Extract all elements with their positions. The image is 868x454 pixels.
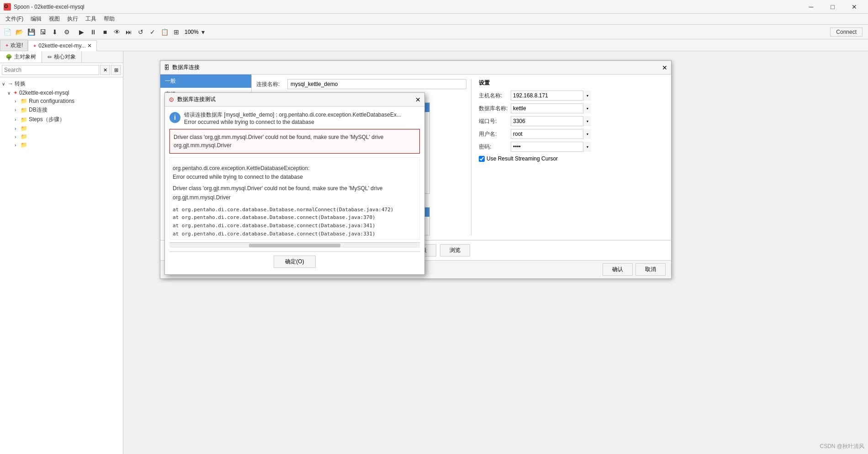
panel-tab-main-icon: 🌳 [5, 54, 12, 60]
host-arrow-button[interactable]: ▾ [583, 91, 591, 101]
error-scroll-area[interactable]: org.pentaho.di.core.exception.KettleData… [169, 157, 420, 240]
verify-button[interactable]: ✓ [147, 27, 158, 37]
tree-item-6[interactable]: › 📁 [0, 141, 123, 149]
search-expand-button[interactable]: ⊞ [111, 65, 121, 75]
minimize-button[interactable]: ─ [801, 0, 821, 14]
new-file-button[interactable]: 📄 [2, 27, 13, 37]
step-forward-button[interactable]: ⏭ [123, 27, 134, 37]
error-box: Driver class 'org.gjt.mm.mysql.Driver' c… [169, 129, 420, 154]
detail-line1: org.pentaho.di.core.exception.KettleData… [173, 164, 417, 173]
tree-item-steps[interactable]: › 📁 Steps（步骤） [0, 115, 123, 124]
menu-help[interactable]: 帮助 [100, 14, 118, 24]
panel-tab-core[interactable]: ✏ 核心对象 [42, 51, 82, 63]
tree-item-02kettle[interactable]: ∨ ✦ 02kettle-excel-mysql [0, 89, 123, 97]
zoom-dropdown-button[interactable]: ▾ [200, 27, 207, 37]
panel-tab-core-icon: ✏ [48, 54, 52, 60]
tree-expand-6-icon: › [15, 143, 19, 148]
db-dialog-title: 🗄 数据库连接 [164, 64, 200, 71]
title-bar: ⚙ Spoon - 02kettle-excel-mysql ─ □ ✕ [0, 0, 868, 14]
streaming-cursor-checkbox[interactable] [479, 156, 485, 162]
tree-item-4[interactable]: › 📁 [0, 124, 123, 133]
tree-expand-5-icon: › [15, 134, 19, 139]
open-button[interactable]: 📂 [14, 27, 25, 37]
settings-button[interactable]: ⚙ [61, 27, 72, 37]
menu-tools[interactable]: 工具 [82, 14, 100, 24]
error-header: i 错误连接数据库 [mysql_kettle_demo] : org.pent… [169, 111, 420, 125]
db-dialog-close-button[interactable]: ✕ [662, 64, 667, 71]
cancel-button[interactable]: 取消 [635, 263, 666, 276]
panel-tab-main[interactable]: 🌳 主对象树 [0, 51, 42, 63]
port-arrow-button[interactable]: ▾ [583, 116, 591, 126]
password-input[interactable] [511, 142, 591, 152]
horizontal-scrollbar[interactable] [169, 242, 420, 248]
menu-bar: 文件(F) 编辑 视图 执行 工具 帮助 [0, 14, 868, 25]
menu-edit[interactable]: 编辑 [27, 14, 45, 24]
close-button[interactable]: ✕ [844, 0, 864, 14]
search-input[interactable] [2, 65, 99, 75]
title-bar-left: ⚙ Spoon - 02kettle-excel-mysql [4, 3, 85, 11]
tree-item-kettle-label: 02kettle-excel-mysql [19, 90, 69, 96]
folder-icon-4: 📁 [21, 125, 27, 132]
save-button[interactable]: 💾 [26, 27, 37, 37]
folder-icon-steps: 📁 [21, 117, 27, 123]
toolbar-left: 📄 📂 💾 🖫 ⬇ ⚙ ▶ ⏸ ■ 👁 ⏭ ↺ ✓ 📋 ⊞ 100% ▾ [2, 27, 207, 37]
replay-button[interactable]: ↺ [135, 27, 146, 37]
port-input[interactable] [511, 116, 591, 126]
stack-line1: at org.pentaho.di.core.database.Database… [173, 206, 417, 214]
folder-icon-db: 📁 [21, 107, 27, 113]
error-stack: at org.pentaho.di.core.database.Database… [173, 206, 417, 238]
db-dialog-title-text: 数据库连接 [172, 64, 200, 71]
conn-name-input[interactable] [287, 79, 466, 89]
db-section-general[interactable]: 一般 [160, 75, 251, 88]
error-close-button[interactable]: ✕ [415, 96, 421, 103]
error-body: i 错误连接数据库 [mysql_kettle_demo] : org.pent… [165, 107, 424, 274]
tab-welcome[interactable]: ✦ 欢迎! [0, 40, 28, 51]
search-clear-button[interactable]: ✕ [100, 65, 110, 75]
tree-item-5[interactable]: › 📁 [0, 133, 123, 141]
folder-icon-5: 📁 [21, 134, 27, 140]
password-row: 密码: ▾ [479, 142, 591, 152]
scroll-thumb-h[interactable] [249, 244, 340, 247]
dbname-input[interactable] [511, 103, 591, 113]
port-label: 端口号: [479, 118, 511, 125]
dbname-arrow-button[interactable]: ▾ [583, 103, 591, 113]
password-arrow-button[interactable]: ▾ [583, 142, 591, 152]
grid-button[interactable]: ⊞ [171, 27, 182, 37]
tab-kettle[interactable]: ✦ 02kettle-excel-my... ✕ [28, 40, 96, 51]
stop-button[interactable]: ■ [100, 27, 111, 37]
log-button[interactable]: 📋 [159, 27, 170, 37]
menu-execute[interactable]: 执行 [64, 14, 82, 24]
db-dialog-title-bar: 🗄 数据库连接 ✕ [160, 61, 671, 75]
main-area: 🌳 主对象树 ✏ 核心对象 ✕ ⊞ ∨ → 转换 ∨ ✦ 02kettle-ex… [0, 51, 868, 454]
preview-button[interactable]: 👁 [111, 27, 122, 37]
tree-item-db[interactable]: › 📁 DB连接 [0, 105, 123, 115]
confirm-button[interactable]: 确认 [603, 263, 633, 276]
tree-item-transforms[interactable]: ∨ → 转换 [0, 79, 123, 89]
menu-file[interactable]: 文件(F) [2, 14, 27, 24]
folder-icon-run: 📁 [21, 98, 27, 104]
save-as-button[interactable]: 🖫 [37, 27, 48, 37]
tree-expand-run-icon: › [15, 99, 19, 104]
user-input[interactable] [511, 129, 591, 139]
pause-button[interactable]: ⏸ [88, 27, 99, 37]
error-title-text: 数据库连接测试 [177, 96, 216, 103]
host-label: 主机名称: [479, 92, 511, 100]
tree-item-run-config[interactable]: › 📁 Run configurations [0, 97, 123, 105]
maximize-button[interactable]: □ [822, 0, 843, 14]
error-dialog: ⚙ 数据库连接测试 ✕ i 错误连接数据库 [mysql_kettle_demo… [164, 92, 425, 275]
tab-bar: ✦ 欢迎! ✦ 02kettle-excel-my... ✕ [0, 39, 868, 51]
stack-line3: at org.pentaho.di.core.database.Database… [173, 222, 417, 230]
run-button[interactable]: ▶ [76, 27, 87, 37]
ok-button[interactable]: 确定(O) [274, 256, 315, 268]
connect-button[interactable]: Connect [830, 27, 863, 37]
browse-button[interactable]: 浏览 [440, 244, 470, 256]
menu-view[interactable]: 视图 [45, 14, 64, 24]
tree-item-db-label: DB连接 [29, 106, 48, 114]
host-input[interactable] [511, 91, 591, 101]
settings-title: 设置 [479, 79, 591, 87]
user-arrow-button[interactable]: ▾ [583, 129, 591, 139]
stack-line4: at org.pentaho.di.core.database.Database… [173, 230, 417, 238]
export-button[interactable]: ⬇ [49, 27, 60, 37]
tab-kettle-icon: ✦ [33, 43, 37, 48]
error-main-message: 错误连接数据库 [mysql_kettle_demo] : org.pentah… [184, 111, 401, 125]
